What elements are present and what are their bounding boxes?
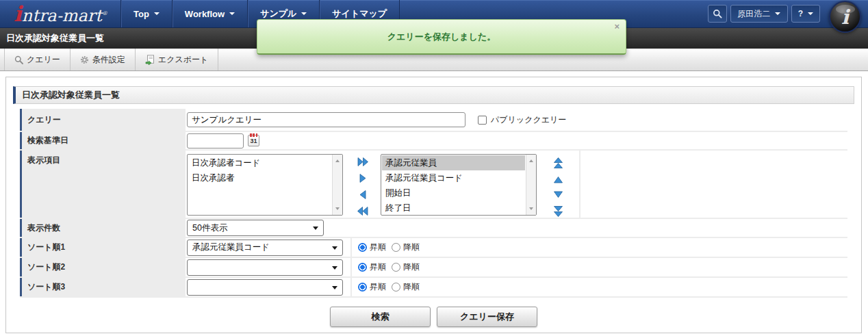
sort-2-asc-radio[interactable] bbox=[358, 263, 367, 272]
list-item[interactable]: 承認元従業員コード bbox=[382, 170, 525, 185]
query-panel: 日次承認対象従業員一覧 クエリー パブリッククエリー 検索基準日 bbox=[5, 77, 862, 333]
user-menu[interactable]: 原田浩二 bbox=[730, 5, 788, 23]
sort-3-asc-label[interactable]: 昇順 bbox=[370, 281, 386, 293]
sort-1-desc-radio[interactable] bbox=[392, 243, 400, 252]
public-query-checkbox[interactable] bbox=[478, 116, 487, 125]
scroll-up-icon[interactable] bbox=[529, 157, 533, 162]
tab-conditions-label: 条件設定 bbox=[92, 54, 125, 66]
public-query-label[interactable]: パブリッククエリー bbox=[491, 114, 566, 126]
sort-1-asc-radio[interactable] bbox=[358, 243, 367, 252]
selected-items-list: 承認元従業員 承認元従業員コード 開始日 終了日 bbox=[382, 155, 525, 216]
panel-buttons: 検索 クエリー保存 bbox=[6, 307, 861, 327]
panel-header: 日次承認対象従業員一覧 bbox=[13, 86, 854, 104]
sort-3-desc-radio[interactable] bbox=[392, 283, 400, 292]
chevron-down-icon bbox=[154, 12, 159, 18]
sort-3-desc-label[interactable]: 降順 bbox=[403, 281, 420, 293]
screen: intra-mart® Top Workflow サンプル サイトマップ 原田浩… bbox=[0, 0, 868, 336]
save-query-button[interactable]: クエリー保存 bbox=[437, 307, 537, 327]
sort-3-asc-radio[interactable] bbox=[358, 283, 367, 292]
move-down-button[interactable] bbox=[554, 191, 563, 198]
logo-i-glyph: i bbox=[14, 1, 22, 26]
cell-divider bbox=[350, 278, 352, 296]
select-chevron-icon bbox=[332, 246, 337, 253]
sort-2-label: ソート順2 bbox=[20, 258, 186, 276]
row-query: クエリー パブリッククエリー bbox=[20, 109, 847, 132]
double-down-arrow-icon bbox=[554, 206, 563, 217]
toast-notification: クエリーを保存しました。 × bbox=[257, 19, 626, 55]
search-icon bbox=[713, 9, 722, 18]
sort-3-value-cell: 昇順 降順 bbox=[187, 278, 847, 296]
calendar-day-text: 31 bbox=[250, 138, 257, 144]
intra-mart-logo[interactable]: intra-mart® bbox=[14, 1, 115, 26]
nav-item-workflow[interactable]: Workflow bbox=[172, 0, 247, 27]
intra-mart-round-logo[interactable]: i bbox=[829, 1, 861, 33]
sort-1-desc-label[interactable]: 降順 bbox=[403, 242, 420, 253]
sort-1-select[interactable]: 承認元従業員コード bbox=[187, 240, 343, 256]
selected-items-listbox[interactable]: 承認元従業員 承認元従業員コード 開始日 終了日 bbox=[381, 154, 537, 216]
base-date-value-cell: 31 bbox=[187, 132, 847, 149]
up-arrow-icon bbox=[554, 176, 563, 183]
tab-query[interactable]: クエリー bbox=[4, 49, 71, 70]
move-bottom-button[interactable] bbox=[554, 206, 563, 217]
listbox-scrollbar[interactable] bbox=[332, 155, 342, 215]
nav-item-top[interactable]: Top bbox=[120, 0, 172, 27]
base-date-input[interactable] bbox=[187, 133, 244, 148]
sort-1-label: ソート順1 bbox=[20, 238, 186, 257]
sort-1-asc-label[interactable]: 昇順 bbox=[370, 242, 386, 253]
chevron-down-icon bbox=[775, 12, 780, 18]
display-count-select[interactable]: 50件表示 bbox=[187, 220, 324, 236]
sort-2-value-cell: 昇順 降順 bbox=[187, 258, 847, 276]
scroll-down-icon[interactable] bbox=[529, 207, 533, 212]
sort-2-order-radios: 昇順 降順 bbox=[358, 261, 425, 273]
logo-registered-mark: ® bbox=[102, 10, 107, 16]
right-arrow-icon bbox=[359, 174, 367, 183]
toast-close-button[interactable]: × bbox=[614, 22, 620, 31]
move-up-button[interactable] bbox=[554, 176, 563, 183]
help-menu[interactable]: ? bbox=[791, 5, 820, 23]
double-left-arrow-icon bbox=[357, 207, 368, 216]
row-sort-2: ソート順2 昇順 降順 bbox=[20, 258, 847, 278]
cell-divider bbox=[579, 151, 580, 218]
tab-conditions[interactable]: 条件設定 bbox=[71, 49, 136, 70]
listbox-scrollbar[interactable] bbox=[526, 155, 536, 215]
select-chevron-icon bbox=[313, 227, 318, 233]
left-arrow-icon bbox=[359, 190, 367, 199]
list-item[interactable]: 日次承認者コード bbox=[188, 155, 331, 170]
tab-export[interactable]: エクスポート bbox=[136, 49, 218, 70]
user-name: 原田浩二 bbox=[737, 8, 770, 20]
query-name-input[interactable] bbox=[187, 112, 465, 127]
move-all-right-button[interactable] bbox=[357, 157, 368, 166]
sort-2-select[interactable] bbox=[187, 259, 343, 276]
row-display-items: 表示項目 日次承認者コード 日次承認者 bbox=[20, 151, 847, 219]
sort-3-order-radios: 昇順 降順 bbox=[358, 281, 425, 293]
sort-1-selected-value: 承認元従業員コード bbox=[192, 242, 270, 253]
nav-item-top-label: Top bbox=[133, 9, 149, 19]
move-right-button[interactable] bbox=[359, 174, 367, 183]
reorder-buttons bbox=[548, 154, 568, 217]
move-left-button[interactable] bbox=[359, 190, 367, 199]
scroll-up-icon[interactable] bbox=[335, 157, 340, 162]
logo-text: ntra-mart bbox=[22, 6, 102, 25]
search-button[interactable] bbox=[708, 5, 727, 23]
scroll-down-icon[interactable] bbox=[335, 207, 340, 212]
search-submit-button[interactable]: 検索 bbox=[330, 307, 431, 327]
list-item[interactable]: 開始日 bbox=[382, 185, 525, 201]
cell-divider bbox=[350, 258, 352, 276]
chevron-down-icon bbox=[808, 12, 813, 18]
list-item[interactable]: 日次承認者 bbox=[188, 170, 331, 185]
list-item-selected[interactable]: 承認元従業員 bbox=[382, 155, 525, 170]
tab-query-label: クエリー bbox=[27, 54, 60, 66]
move-top-button[interactable] bbox=[554, 157, 563, 168]
nav-right-group: 原田浩二 ? bbox=[708, 5, 820, 23]
available-items-listbox[interactable]: 日次承認者コード 日次承認者 bbox=[187, 154, 343, 216]
row-sort-3: ソート順3 昇順 降順 bbox=[20, 278, 847, 298]
sort-2-desc-label[interactable]: 降順 bbox=[403, 261, 420, 273]
list-item[interactable]: 終了日 bbox=[382, 201, 525, 216]
calendar-icon[interactable]: 31 bbox=[248, 135, 259, 146]
sort-2-desc-radio[interactable] bbox=[392, 263, 400, 272]
transfer-buttons bbox=[353, 154, 373, 216]
sort-3-label: ソート順3 bbox=[20, 278, 186, 296]
move-all-left-button[interactable] bbox=[357, 207, 368, 216]
sort-3-select[interactable] bbox=[187, 279, 343, 296]
sort-2-asc-label[interactable]: 昇順 bbox=[370, 261, 386, 273]
